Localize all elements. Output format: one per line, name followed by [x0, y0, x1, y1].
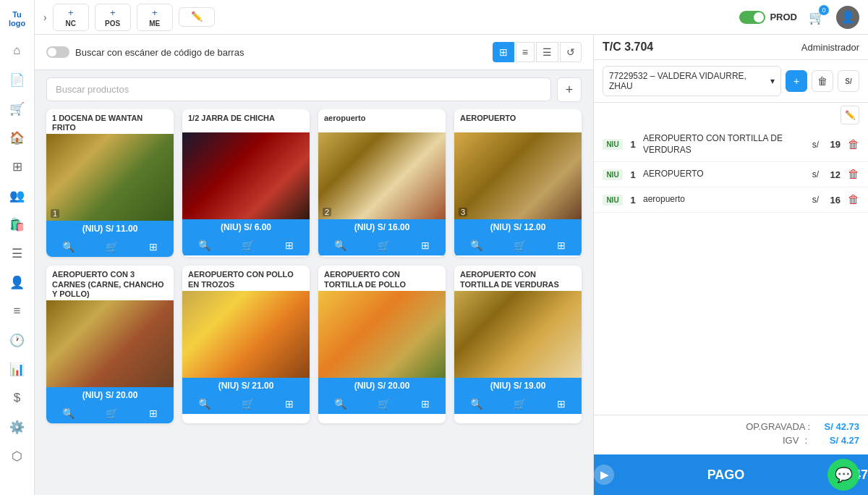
- product-cart-button[interactable]: 🛒: [372, 397, 396, 411]
- product-qr-button[interactable]: ⊞: [415, 238, 435, 253]
- product-number: 1: [51, 209, 59, 218]
- product-qr-button[interactable]: ⊞: [415, 397, 435, 411]
- prod-toggle[interactable]: PROD: [739, 11, 797, 24]
- order-item-delete-button[interactable]: 🗑: [848, 168, 859, 181]
- product-cart-button[interactable]: 🛒: [236, 238, 260, 253]
- product-image: 1: [46, 134, 174, 221]
- order-item: NIU 1 AEROPUERTO s/ 12 🗑: [594, 162, 868, 187]
- cart-button[interactable]: 🛒 0: [809, 9, 825, 25]
- more-button[interactable]: ✏️: [179, 7, 215, 27]
- split-button[interactable]: S/: [838, 70, 859, 92]
- product-cart-button[interactable]: 🛒: [236, 397, 260, 411]
- sidebar-item-person[interactable]: 👤: [4, 269, 30, 295]
- product-name: 1/2 JARRA DE CHICHA: [182, 109, 310, 132]
- delete-client-button[interactable]: 🗑: [812, 70, 833, 92]
- product-price[interactable]: (NIU) S/ 20.00: [46, 387, 174, 403]
- view-list-button[interactable]: ≡: [516, 42, 535, 62]
- product-actions: 🔍 🛒 ⊞: [182, 235, 310, 255]
- scanner-toggle-switch[interactable]: [46, 46, 69, 58]
- product-search-button[interactable]: 🔍: [56, 406, 80, 420]
- product-cart-button[interactable]: 🛒: [372, 238, 396, 253]
- pay-button[interactable]: ▶ PAGO S/ 47 💬: [594, 454, 868, 495]
- order-item-delete-button[interactable]: 🗑: [848, 193, 859, 206]
- nc-button[interactable]: + NC: [53, 4, 89, 31]
- sidebar-item-layers[interactable]: ☰: [4, 240, 30, 266]
- product-qr-button[interactable]: ⊞: [143, 240, 163, 254]
- product-price[interactable]: (NIU) S/ 20.00: [318, 378, 446, 394]
- order-item: NIU 1 aeropuerto s/ 16 🗑: [594, 187, 868, 213]
- product-image: 2: [318, 132, 446, 219]
- cart-badge: 0: [819, 5, 829, 15]
- view-grid-button[interactable]: ⊞: [493, 42, 514, 62]
- scanner-toggle[interactable]: Buscar con escáner de código de barras: [46, 46, 244, 58]
- product-card: AEROPUERTO CON TORTILLA DE POLLO (NIU) S…: [318, 266, 446, 423]
- product-qr-button[interactable]: ⊞: [551, 397, 571, 411]
- topbar: › + NC + POS + ME ✏️ PROD 🛒 0 👤: [35, 0, 868, 35]
- sidebar-item-grid[interactable]: ⊞: [4, 153, 30, 179]
- search-input[interactable]: [46, 77, 551, 101]
- product-price[interactable]: (NIU) S/ 12.00: [454, 219, 582, 235]
- add-product-button[interactable]: +: [557, 77, 582, 102]
- order-item-tag: NIU: [603, 169, 623, 180]
- product-image: [454, 291, 582, 378]
- sidebar-item-bag[interactable]: 🛍️: [4, 211, 30, 237]
- order-item-price: s/: [797, 169, 819, 179]
- client-select[interactable]: 77229532 – VALDERA VIDAURRE, ZHAU ▾: [603, 66, 781, 96]
- sidebar-item-chart[interactable]: 📊: [4, 356, 30, 382]
- sidebar-item-dollar[interactable]: $: [4, 385, 30, 411]
- product-search-button[interactable]: 🔍: [192, 397, 216, 411]
- edit-button[interactable]: ✏️: [841, 106, 859, 124]
- product-search-button[interactable]: 🔍: [328, 397, 352, 411]
- product-number: 3: [459, 208, 467, 216]
- product-qr-button[interactable]: ⊞: [551, 238, 571, 253]
- product-card: AEROPUERTO CON 3 CARNES (CARNE, CHANCHO …: [46, 266, 174, 423]
- order-totals: OP.GRAVADA : S/ 42.73 IGV : S/ 4.27: [594, 415, 868, 454]
- product-actions: 🔍 🛒 ⊞: [318, 235, 446, 255]
- product-search-button[interactable]: 🔍: [328, 238, 352, 253]
- product-image: [46, 300, 174, 387]
- whatsapp-button[interactable]: 💬: [827, 459, 859, 491]
- product-cart-button[interactable]: 🛒: [508, 238, 532, 253]
- order-item-name: AEROPUERTO: [643, 169, 793, 180]
- pos-button[interactable]: + POS: [95, 4, 131, 31]
- product-card: AEROPUERTO CON POLLO EN TROZOS (NIU) S/ …: [182, 266, 310, 423]
- view-refresh-button[interactable]: ↺: [560, 42, 582, 62]
- chevron-icon[interactable]: ›: [43, 12, 47, 23]
- sidebar-item-list[interactable]: ≡: [4, 298, 30, 324]
- product-search-button[interactable]: 🔍: [56, 240, 80, 254]
- sidebar-item-share[interactable]: ⬡: [4, 443, 30, 469]
- prod-toggle-switch[interactable]: [739, 11, 765, 24]
- product-price[interactable]: (NIU) S/ 21.00: [182, 378, 310, 394]
- me-button[interactable]: + ME: [137, 4, 173, 31]
- more-icon: ✏️: [191, 11, 203, 22]
- product-search-button[interactable]: 🔍: [192, 238, 216, 253]
- view-detail-button[interactable]: ☰: [536, 42, 558, 62]
- order-item-amount: 12: [823, 169, 841, 180]
- product-qr-button[interactable]: ⊞: [279, 397, 299, 411]
- sidebar-item-settings[interactable]: ⚙️: [4, 414, 30, 440]
- order-item-delete-button[interactable]: 🗑: [848, 138, 859, 151]
- product-price[interactable]: (NIU) S/ 16.00: [318, 219, 446, 235]
- sidebar-item-users[interactable]: 👥: [4, 182, 30, 208]
- sidebar-item-building[interactable]: 🏠: [4, 124, 30, 151]
- product-qr-button[interactable]: ⊞: [143, 406, 163, 420]
- product-card: aeropuerto 2 (NIU) S/ 16.00 🔍 🛒 ⊞: [318, 109, 446, 257]
- product-qr-button[interactable]: ⊞: [279, 238, 299, 253]
- product-name: 1 DOCENA DE WANTAN FRITO: [46, 109, 174, 134]
- product-price[interactable]: (NIU) S/ 6.00: [182, 219, 310, 235]
- user-avatar[interactable]: 👤: [836, 6, 859, 29]
- sidebar-item-home[interactable]: ⌂: [4, 38, 30, 64]
- product-search-button[interactable]: 🔍: [464, 238, 488, 253]
- sidebar-item-document[interactable]: 📄: [4, 67, 30, 93]
- sidebar-item-clock[interactable]: 🕐: [4, 327, 30, 353]
- nc-plus-icon: +: [68, 7, 74, 18]
- product-price[interactable]: (NIU) S/ 19.00: [454, 378, 582, 394]
- product-cart-button[interactable]: 🛒: [100, 406, 124, 420]
- sidebar-item-cart[interactable]: 🛒: [4, 96, 30, 122]
- order-items: NIU 1 AEROPUERTO CON TORTILLA DE VERDURA…: [594, 127, 868, 415]
- product-price[interactable]: (NIU) S/ 11.00: [46, 221, 174, 237]
- product-search-button[interactable]: 🔍: [464, 397, 488, 411]
- product-cart-button[interactable]: 🛒: [100, 240, 124, 254]
- add-client-button[interactable]: +: [786, 70, 807, 92]
- product-cart-button[interactable]: 🛒: [508, 397, 532, 411]
